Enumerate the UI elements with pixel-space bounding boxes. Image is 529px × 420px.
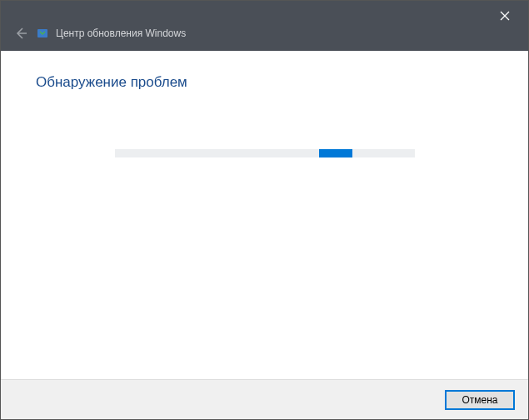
window-title: Центр обновления Windows [56,28,186,39]
windows-update-icon [36,27,49,40]
troubleshooter-window: Центр обновления Windows Обнаружение про… [0,0,529,420]
footer: Отмена [1,379,528,419]
close-icon [500,11,510,21]
page-heading: Обнаружение проблем [36,74,493,91]
content-area: Обнаружение проблем [1,51,528,379]
progress-bar [115,149,415,158]
close-button[interactable] [492,6,518,26]
back-button [14,27,27,40]
back-arrow-icon [14,27,27,40]
titlebar: Центр обновления Windows [1,1,528,51]
cancel-button[interactable]: Отмена [445,390,515,410]
progress-container [36,149,493,158]
progress-fill [319,149,352,158]
